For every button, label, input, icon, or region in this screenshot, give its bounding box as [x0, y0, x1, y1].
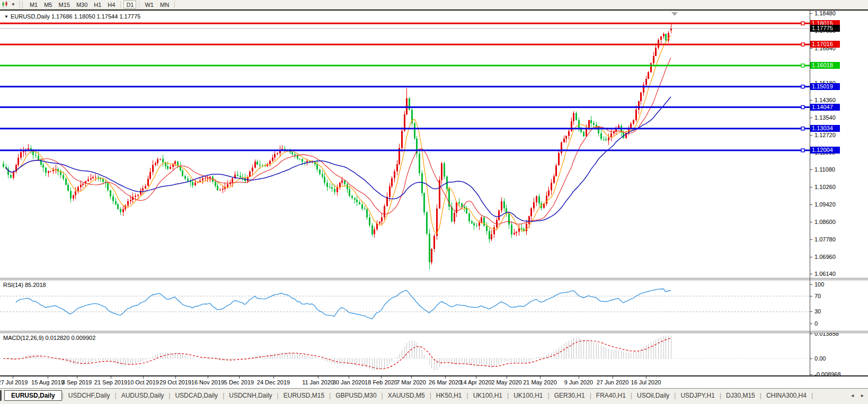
date-tick: [13, 376, 13, 379]
price-level-badge: 1.13034: [810, 125, 840, 132]
timeframe-button-m30[interactable]: M30: [74, 1, 90, 8]
date-tick: [579, 376, 579, 379]
timeframe-button-m15[interactable]: M15: [56, 1, 72, 8]
tab-scroll-right-icon[interactable]: ►: [860, 393, 865, 398]
chart-tab-dj30-m15[interactable]: DJ30,M15: [721, 390, 760, 401]
chart-tab-china300-h4[interactable]: CHINA300,H4: [761, 390, 811, 401]
price-tick-label: 1.09420: [814, 202, 836, 208]
timeframe-button-m1[interactable]: M1: [27, 1, 40, 8]
current-price-badge: 1.17775: [810, 25, 840, 32]
date-tick: [208, 376, 208, 379]
date-tick: [143, 376, 144, 379]
chart-window: ▼ EURUSD,Daily 1.17686 1.18050 1.17544 1…: [0, 10, 868, 388]
chart-tab-usdcad-daily[interactable]: USDCAD,Daily: [170, 390, 223, 401]
toolbar-grip-handle[interactable]: [20, 1, 23, 8]
macd-tick-label: 0.00: [814, 356, 826, 362]
price-tick-label: 1.12720: [814, 132, 836, 138]
date-tick: [646, 376, 646, 379]
chart-tabbar: EURUSD,Daily|USDCHF,Daily|AUDUSD,Daily|U…: [0, 388, 868, 404]
price-tick-label: 1.13540: [814, 115, 836, 121]
timeframe-toolbar: ▼ M1M5M15M30H1H4D1W1MN: [0, 0, 868, 10]
chart-tab-fra40-h1[interactable]: FRA40,H1: [591, 390, 631, 401]
chart-tab-uk100-h1[interactable]: UK100,H1: [509, 390, 547, 401]
date-axis[interactable]: 27 Jul 201915 Aug 20193 Sep 201921 Sep 2…: [0, 376, 868, 388]
price-tick-label: 1.11080: [814, 167, 835, 173]
chart-tab-gbpusd-m30[interactable]: GBPUSD,M30: [331, 390, 381, 401]
tab-separator: |: [811, 392, 813, 399]
tab-scroll-left-icon[interactable]: ◄: [850, 393, 855, 398]
price-tick-label: 1.07780: [814, 237, 836, 243]
chart-tab-hk50-h1[interactable]: HK50,H1: [431, 390, 467, 401]
price-level-badge: 1.17016: [810, 41, 840, 48]
chevron-down-icon[interactable]: ▼: [11, 2, 15, 7]
chart-tab-usdchf-daily[interactable]: USDCHF,Daily: [64, 390, 115, 401]
macd-tick-label: -0.008968: [814, 372, 841, 375]
rsi-tick-label: 70: [814, 293, 821, 299]
date-tick: [411, 376, 412, 379]
date-tick: [239, 376, 240, 379]
price-tick-label: 1.06960: [814, 254, 836, 260]
chart-tab-audusd-daily[interactable]: AUDUSD,Daily: [117, 390, 169, 401]
chart-tab-usoil-daily[interactable]: USOil,Daily: [632, 390, 674, 401]
price-tick-label: 1.14360: [814, 97, 836, 103]
date-tick: [507, 376, 507, 379]
macd-pane[interactable]: MACD(12,26,9) 0.012820 0.009902 0.013858…: [0, 333, 868, 375]
price-level-badge: 1.12004: [810, 147, 840, 154]
date-tick: [318, 376, 318, 379]
timeframe-button-w1[interactable]: W1: [142, 1, 156, 8]
chart-tab-usdjpy-h1[interactable]: USDJPY,H1: [676, 390, 719, 401]
chart-tab-uk100-h1[interactable]: UK100,H1: [468, 390, 507, 401]
rsi-tick-label: 100: [814, 282, 824, 288]
timeframe-button-mn[interactable]: MN: [157, 1, 172, 8]
rsi-pane[interactable]: RSI(14) 85.2018 10070300: [0, 280, 868, 331]
chart-tab-usdcnh-daily[interactable]: USDCNH,Daily: [224, 390, 277, 401]
chart-tab-ger30-h1[interactable]: GER30,H1: [550, 390, 590, 401]
price-axis-line: [810, 11, 810, 376]
price-tick-label: 1.18480: [814, 11, 836, 16]
main-chart-pane[interactable]: ▼ EURUSD,Daily 1.17686 1.18050 1.17544 1…: [0, 11, 868, 278]
timeframe-button-h4[interactable]: H4: [105, 1, 118, 8]
rsi-tick-label: 0: [814, 321, 818, 327]
price-tick-label: 1.06140: [814, 271, 836, 277]
timeframe-button-h1[interactable]: H1: [91, 1, 104, 8]
price-level-badge: 1.15019: [810, 83, 840, 90]
date-label: 24 Dec 2019: [250, 379, 297, 385]
date-label: 16 Jul 2020: [622, 379, 670, 385]
rsi-tick-label: 30: [814, 309, 821, 315]
price-tick-label: 1.10260: [814, 184, 836, 190]
date-tick: [77, 376, 77, 379]
date-tick: [273, 376, 274, 379]
date-tick: [175, 376, 176, 379]
timeframe-button-m5[interactable]: M5: [41, 1, 55, 8]
price-level-badge: 1.16018: [810, 62, 840, 69]
date-tick: [613, 376, 613, 379]
date-tick: [445, 376, 446, 379]
chart-tab-eurusd-m15[interactable]: EURUSD,M15: [279, 390, 329, 401]
timeframe-button-d1[interactable]: D1: [123, 1, 136, 8]
date-tick: [48, 376, 48, 379]
date-tick: [381, 376, 382, 379]
date-tick: [111, 376, 111, 379]
chart-tab-eurusd-daily[interactable]: EURUSD,Daily: [4, 390, 62, 401]
date-tick: [540, 376, 541, 379]
date-tick: [476, 376, 476, 379]
price-tick-label: 1.08600: [814, 219, 836, 225]
tabbar-drag-handle[interactable]: [0, 390, 2, 401]
date-tick: [349, 376, 349, 379]
candlestick-chart-icon[interactable]: [2, 1, 10, 8]
chart-tab-xauusd-m5[interactable]: XAUUSD,M5: [383, 390, 430, 401]
price-level-badge: 1.14047: [810, 104, 840, 111]
macd-tick-label: 0.013858: [814, 333, 839, 337]
